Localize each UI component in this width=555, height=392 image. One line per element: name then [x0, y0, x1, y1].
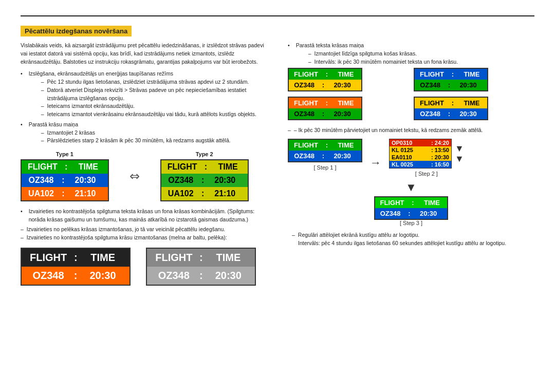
- type1-container: Type 1 FLIGHT : TIME OZ348 : 20:30 UA102: [21, 151, 109, 201]
- type2-container: Type 2 FLIGHT : TIME OZ348 : 20:30 UA102: [160, 151, 249, 201]
- rc-board-2: FLIGHT : TIME OZ348 : 20:30: [414, 68, 534, 91]
- list-item: Izslēgšana, ekrānsaudzētājs un enerģijas…: [21, 70, 272, 119]
- bottom-boards: FLIGHT : TIME OZ348 : 20:30 FLIGHT: [21, 248, 272, 286]
- bottom-board-2: FLIGHT : TIME OZ348 : 20:30: [146, 248, 256, 286]
- note-lines: Izvairieties no pelēkas krāsas izmantoša…: [21, 226, 272, 240]
- rc-top-note: Parastā teksta krāsas maiņa Izmantojiet …: [288, 42, 534, 66]
- top-divider: [21, 15, 534, 16]
- reg-note: Regulāri attēlojiet ekrānā kustīgu attēl…: [288, 231, 534, 248]
- interval-note: – Ik pēc 30 minūtēm pārvietojiet un noma…: [288, 126, 534, 135]
- bullet-list: Izslēgšana, ekrānsaudzētājs un enerģijas…: [21, 70, 272, 145]
- list-item-extra: Izvairieties no kontrastējoša spilgtuma …: [21, 208, 272, 224]
- rc-boards-grid: FLIGHT : TIME OZ348 : 20:30 FLIGHT: [288, 68, 534, 120]
- rc-board-4: FLIGHT : TIME OZ348 : 20:30: [414, 97, 534, 120]
- bottom-board-1: FLIGHT : TIME OZ348 : 20:30: [21, 248, 131, 286]
- main-layout: Vislabākais veids, kā aizsargāt izstrādā…: [21, 42, 534, 286]
- step1-item: FLIGHT : TIME OZ348 : 20:30 [ Step 1 ]: [288, 139, 362, 171]
- swap-arrows-icon: ⇔: [130, 169, 140, 183]
- type2-board: FLIGHT : TIME OZ348 : 20:30 UA102 : 21:1…: [160, 159, 249, 201]
- down-arrows-icon: ▼ ▼: [455, 144, 464, 164]
- rc-board-3: FLIGHT : TIME OZ348 : 20:30: [288, 97, 409, 120]
- type-section: Type 1 FLIGHT : TIME OZ348 : 20:30 UA102: [21, 151, 272, 201]
- step-section: FLIGHT : TIME OZ348 : 20:30 [ Step 1 ] →: [288, 139, 534, 177]
- left-column: Vislabākais veids, kā aizsargāt izstrādā…: [21, 42, 272, 286]
- right-column: Parastā teksta krāsas maiņa Izmantojiet …: [288, 42, 534, 286]
- step2-item: OP0310 : 24:20 KL 0125 : 13:50 EA0110 : …: [389, 139, 464, 177]
- list-item: Parastā krāsu maiņa Izmantojiet 2 krāsas…: [21, 121, 272, 145]
- intro-text: Vislabākais veids, kā aizsargāt izstrādā…: [21, 42, 272, 66]
- step2-board: OP0310 : 24:20 KL 0125 : 13:50 EA0110 : …: [389, 139, 452, 169]
- type1-board: FLIGHT : TIME OZ348 : 20:30 UA102 : 21:1…: [21, 159, 109, 201]
- step3-arrow-down-icon: ▼: [405, 181, 417, 194]
- step-arrow-right-icon: →: [370, 156, 381, 170]
- rc-note-item: Parastā teksta krāsas maiņa Izmantojiet …: [288, 42, 534, 66]
- extra-bullets: Izvairieties no kontrastējoša spilgtuma …: [21, 208, 272, 224]
- step3-area: ▼ FLIGHT : TIME OZ348 : 20:30 [ Step 3 ]: [288, 181, 534, 226]
- section-title: Pēcattēlu izdegšanas novēršana: [21, 26, 132, 36]
- rc-board-1: FLIGHT : TIME OZ348 : 20:30: [288, 68, 409, 91]
